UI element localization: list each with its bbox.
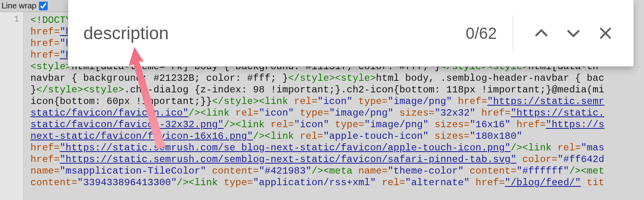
code-text: "image/png" [329, 108, 394, 118]
code-text: rel= [557, 142, 581, 153]
code-text: "alternate" [405, 177, 470, 188]
code-text: </style> [36, 84, 83, 95]
code-text: name= [358, 166, 388, 176]
code-text: rel= [376, 177, 405, 188]
code-text: type= [329, 119, 365, 130]
code-text: href= [30, 26, 60, 37]
code-text: href= [452, 96, 487, 107]
find-prev-button[interactable] [527, 19, 556, 48]
code-text: "#421983" [259, 166, 312, 176]
code-text: "icon" [259, 108, 294, 118]
code-text: static/favicon/favicon-32x32.png" [30, 119, 224, 130]
code-text: rel= [300, 131, 323, 142]
code-text: "icon" [294, 119, 329, 130]
code-text: type= [224, 177, 253, 188]
find-panel: 0/62 [68, 0, 634, 66]
code-text: "image/png" [388, 96, 452, 107]
code-text: href= [30, 38, 60, 49]
code-text: /><link [177, 177, 224, 188]
code-text: href= [470, 177, 505, 188]
code-text: color= [516, 154, 557, 165]
code-text: "theme-color" [388, 166, 464, 176]
chevron-up-icon [533, 24, 550, 42]
code-text: href= [476, 108, 511, 118]
code-text: "msapplication-TileColor" [60, 166, 206, 176]
code-text: sizes= [429, 131, 470, 142]
code-text: href= [30, 154, 60, 165]
code-text: </style> [288, 73, 335, 84]
code-text: content= [30, 177, 77, 188]
code-text: "https://static. [510, 108, 604, 118]
code-text: next-static/favicon/favicon-16x16.png" [30, 131, 253, 142]
code-text: "image/png" [364, 119, 429, 130]
code-text: <style> [83, 84, 124, 95]
code-text: <style> [30, 61, 71, 72]
code-text: "https://static.semrush.com/semblog-next… [60, 154, 516, 165]
chevron-down-icon [565, 24, 582, 42]
linewrap-checkbox[interactable] [39, 2, 48, 10]
code-text: } [30, 84, 36, 95]
code-text: navbar { background: #21232B; color: #ff… [30, 73, 288, 84]
code-text: href= [30, 142, 60, 153]
linewrap-toolbar: Line wrap [0, 0, 75, 12]
code-text: /><link [510, 142, 557, 153]
code-text: type= [352, 96, 388, 107]
code-text: rel= [294, 96, 317, 107]
code-text: icon{bottom: 60px !important;}} [30, 96, 212, 107]
code-text: "https://s [546, 119, 604, 130]
code-text: "180x180" [470, 131, 522, 142]
code-text: type= [294, 108, 329, 118]
find-input[interactable] [83, 23, 466, 44]
code-text: name= [30, 166, 60, 176]
find-match-count: 0/62 [466, 24, 497, 42]
code-text: content= [206, 166, 259, 176]
find-close-button[interactable] [591, 19, 620, 48]
code-text: rel= [235, 108, 259, 118]
code-gutter: 1 [0, 12, 24, 200]
code-text: "32x32" [435, 108, 476, 118]
code-text: "#ffffff" [516, 166, 569, 176]
code-text: "mas [581, 142, 604, 153]
code-text: "#ff642d [557, 154, 604, 165]
code-text: static/favicon/favicon.ico" [30, 108, 188, 118]
linewrap-label: Line wrap [2, 1, 36, 10]
code-text: <link [259, 96, 294, 107]
code-text: .ch2-dialog {z-index: 98 !important;}.ch… [124, 84, 604, 95]
code-text: /><link [253, 131, 300, 142]
code-text: /><link [188, 108, 235, 118]
code-text: "apple-touch-icon" [323, 131, 429, 142]
code-text: /><meta [312, 166, 358, 176]
code-text: <style> [335, 73, 376, 84]
code-text: /><link [224, 119, 271, 130]
code-text: </style> [212, 96, 259, 107]
code-text: content= [464, 166, 516, 176]
code-text: sizes= [393, 108, 434, 118]
code-text: rel= [271, 119, 294, 130]
code-text: /><met [569, 166, 604, 176]
code-text: href= [30, 50, 60, 60]
divider [513, 15, 513, 51]
close-icon [597, 25, 614, 41]
code-text: html body, .semblog-header-navbar { bac [376, 73, 605, 84]
code-text: "icon" [318, 96, 353, 107]
code-text: "/blog/feed/" [505, 177, 581, 188]
code-text: href= [510, 119, 546, 130]
code-text: tit [581, 177, 604, 188]
code-text: "application/rss+xml" [253, 177, 376, 188]
find-next-button[interactable] [559, 19, 588, 48]
code-text: "16x16" [470, 119, 510, 130]
code-text: sizes= [429, 119, 470, 130]
code-text: "https://static.semrush.com/se blog-next… [60, 142, 510, 153]
code-text: "https://static.semr [487, 96, 604, 107]
code-text: "339433896413300" [77, 177, 177, 188]
line-number: 1 [14, 14, 19, 24]
